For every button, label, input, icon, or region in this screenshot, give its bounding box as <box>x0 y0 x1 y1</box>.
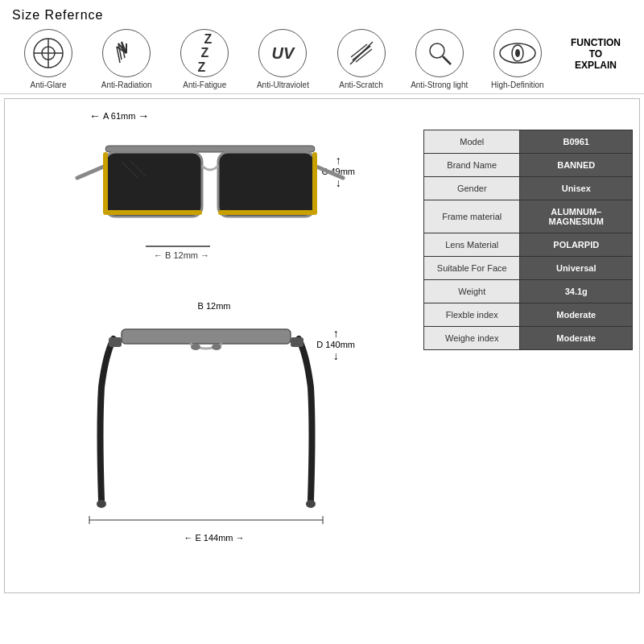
svg-point-37 <box>191 344 200 350</box>
svg-text:← B 12mm →: ← B 12mm → <box>154 250 209 260</box>
anti-glare-circle <box>24 29 72 77</box>
svg-line-14 <box>350 42 373 64</box>
anti-strong-light-circle <box>415 29 464 77</box>
zzz-text: Z Z Z <box>197 32 212 75</box>
spec-label-8: Weighe index <box>424 327 520 350</box>
dim-b-label: B 12mm <box>198 301 231 311</box>
high-definition-label: High-Definition <box>491 80 544 89</box>
spec-value-2: Unisex <box>520 177 633 200</box>
spec-row-4: Lens Material POLARPID <box>424 233 633 257</box>
diagrams-section: ← A 61mm → ↑ C 49mm ↓ <box>11 105 417 586</box>
spec-label-7: Flexble index <box>424 303 520 327</box>
svg-rect-35 <box>291 337 303 347</box>
anti-uv-label: Anti-Ultraviolet <box>257 80 309 89</box>
svg-point-39 <box>97 500 106 508</box>
icon-anti-glare: Anti-Glare <box>12 29 85 89</box>
spec-value-6: 34.1g <box>520 280 633 303</box>
icon-anti-fatigue: Z Z Z Anti-Fatigue <box>168 29 241 89</box>
anti-glare-label: Anti-Glare <box>30 80 66 89</box>
svg-rect-26 <box>218 210 315 215</box>
anti-scratch-circle <box>337 29 386 77</box>
spec-value-0: B0961 <box>520 130 633 154</box>
dim-a-arrow-left: ← <box>89 109 101 122</box>
high-definition-circle <box>493 29 542 77</box>
svg-point-40 <box>306 500 316 508</box>
spec-row-8: Weighe index Moderate <box>424 327 633 350</box>
svg-line-24 <box>315 166 343 178</box>
specs-section: Model B0961 Brand Name BANNED Gender Uni… <box>423 118 633 586</box>
spec-value-3: ALUMNUM–MAGNESIUM <box>520 200 633 233</box>
spec-value-5: Universal <box>520 257 633 280</box>
spec-row-2: Gender Unisex <box>424 177 633 200</box>
glasses-front-svg: ← B 12mm → <box>73 122 347 291</box>
svg-rect-34 <box>109 337 122 347</box>
spec-value-4: POLARPID <box>520 233 633 257</box>
anti-scratch-label: Anti-Scratch <box>339 80 382 89</box>
spec-label-0: Model <box>424 130 520 154</box>
svg-point-19 <box>515 49 520 57</box>
spec-row-6: Weight 34.1g <box>424 280 633 303</box>
title-bold: Size <box>12 8 40 22</box>
main-section: ← A 61mm → ↑ C 49mm ↓ <box>4 98 640 593</box>
svg-rect-28 <box>312 152 317 215</box>
page-title: Size Refernce <box>12 8 632 23</box>
anti-strong-light-label: Anti-Strong light <box>411 80 468 89</box>
svg-line-16 <box>443 56 451 64</box>
svg-point-38 <box>212 344 221 350</box>
dim-e-label: ← E 144mm → <box>184 533 244 543</box>
svg-rect-21 <box>105 152 202 217</box>
icon-anti-uv: UV Anti-Ultraviolet <box>246 29 319 89</box>
function-explain: FUNCTION TO EXPLAIN <box>559 29 632 71</box>
spec-label-1: Brand Name <box>424 154 520 177</box>
spec-label-2: Gender <box>424 177 520 200</box>
anti-fatigue-label: Anti-Fatigue <box>183 80 226 89</box>
spec-row-1: Brand Name BANNED <box>424 154 633 177</box>
icon-anti-scratch: Anti-Scratch <box>325 29 398 89</box>
icon-anti-strong-light: Anti-Strong light <box>403 29 476 89</box>
spec-row-0: Model B0961 <box>424 130 633 154</box>
spec-label-5: Suitable For Face <box>424 257 520 280</box>
svg-rect-25 <box>105 210 202 215</box>
spec-value-8: Moderate <box>520 327 633 350</box>
svg-rect-27 <box>103 152 108 215</box>
anti-uv-circle: UV <box>258 29 307 77</box>
svg-rect-36 <box>122 329 291 344</box>
bottom-glasses-diagram: ↑ D 140mm ↓ <box>65 319 363 544</box>
anti-radiation-circle <box>102 29 151 77</box>
function-line3: EXPLAIN <box>575 60 617 71</box>
spec-label-6: Weight <box>424 280 520 303</box>
icons-row: Anti-Glare Anti-Radiation Z <box>12 29 632 89</box>
icon-high-definition: High-Definition <box>481 29 554 89</box>
function-line2: TO <box>589 48 602 60</box>
anti-fatigue-circle: Z Z Z <box>180 29 229 77</box>
spec-row-5: Suitable For Face Universal <box>424 257 633 280</box>
svg-point-15 <box>430 43 444 58</box>
dim-a-arrow-right: → <box>138 109 149 122</box>
icon-anti-radiation: Anti-Radiation <box>90 29 163 89</box>
uv-text: UV <box>272 44 295 63</box>
glasses-bottom-svg <box>73 323 339 528</box>
spec-label-3: Frame material <box>424 200 520 233</box>
top-glasses-diagram: ← A 61mm → ↑ C 49mm ↓ <box>65 105 363 319</box>
spec-label-4: Lens Material <box>424 233 520 257</box>
anti-radiation-label: Anti-Radiation <box>101 80 152 89</box>
spec-row-3: Frame material ALUMNUM–MAGNESIUM <box>424 200 633 233</box>
dim-a-label: ← A 61mm → <box>89 109 149 122</box>
spec-row-7: Flexble index Moderate <box>424 303 633 327</box>
header-section: Size Refernce Anti-Glare <box>0 0 644 94</box>
dim-a-text: A 61mm <box>103 111 135 121</box>
svg-rect-22 <box>218 152 315 217</box>
spec-value-7: Moderate <box>520 303 633 327</box>
svg-line-23 <box>77 166 105 178</box>
specs-table: Model B0961 Brand Name BANNED Gender Uni… <box>423 130 633 350</box>
spec-value-1: BANNED <box>520 154 633 177</box>
title-normal: Refernce <box>40 8 103 22</box>
function-line1: FUNCTION <box>571 37 621 48</box>
